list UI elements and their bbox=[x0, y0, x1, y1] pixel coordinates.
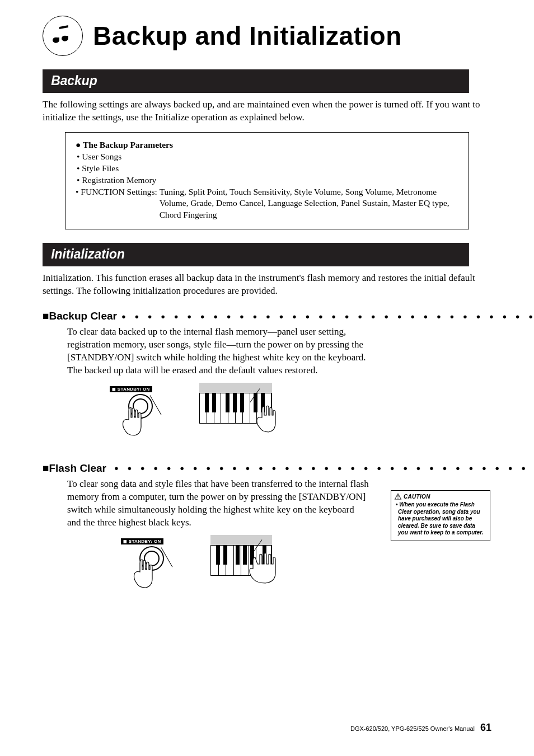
subheading-backup-clear: ■Backup Clear ● ● ● ● ● ● ● ● ● ● ● ● ● … bbox=[43, 310, 491, 322]
leader-dots: ● ● ● ● ● ● ● ● ● ● ● ● ● ● ● ● ● ● ● ● … bbox=[121, 313, 534, 320]
backup-parameters-box: ● The Backup Parameters • User Songs • S… bbox=[65, 132, 469, 229]
keyboard-diagram bbox=[199, 383, 272, 424]
parameter-item: • Style Files bbox=[76, 163, 458, 175]
caution-body: • When you execute the Flash Clear opera… bbox=[395, 501, 486, 537]
keyboard-diagram bbox=[210, 535, 272, 576]
parameters-header: ● The Backup Parameters bbox=[76, 139, 458, 151]
hand-press-icon bbox=[129, 557, 157, 591]
title-row: Backup and Initialization bbox=[43, 16, 491, 56]
parameter-function-settings: • FUNCTION Settings: Tuning, Split Point… bbox=[76, 186, 458, 222]
hand-multi-press-icon bbox=[249, 552, 288, 585]
standby-on-label: ◼ STANDBY/ ON bbox=[110, 386, 152, 392]
section-heading-backup: Backup bbox=[43, 69, 469, 93]
svg-point-1 bbox=[397, 498, 398, 499]
parameter-item: • User Songs bbox=[76, 151, 458, 163]
hand-press-icon bbox=[118, 405, 146, 439]
page-title: Backup and Initialization bbox=[93, 21, 402, 51]
caution-header: CAUTION bbox=[395, 494, 486, 500]
standby-on-label: ◼ STANDBY/ ON bbox=[121, 538, 163, 544]
leader-dots: ● ● ● ● ● ● ● ● ● ● ● ● ● ● ● ● ● ● ● ● … bbox=[114, 464, 534, 472]
music-note-icon bbox=[43, 16, 83, 56]
caution-box: CAUTION • When you execute the Flash Cle… bbox=[391, 490, 490, 541]
page-footer: DGX-620/520, YPG-625/525 Owner's Manual … bbox=[350, 722, 491, 734]
section-heading-initialization: Initialization bbox=[43, 243, 469, 266]
standby-button-diagram: ◼ STANDBY/ ON bbox=[121, 535, 182, 571]
flash-clear-body: To clear song data and style files that … bbox=[67, 478, 369, 529]
warning-triangle-icon bbox=[395, 494, 401, 500]
initialization-intro: Initialization. This function erases all… bbox=[43, 272, 491, 298]
standby-button-diagram: ◼ STANDBY/ ON bbox=[110, 383, 171, 419]
backup-clear-body: To clear data backed up to the internal … bbox=[67, 326, 369, 377]
subheading-flash-clear: ■Flash Clear ● ● ● ● ● ● ● ● ● ● ● ● ● ●… bbox=[43, 462, 491, 475]
page-number: 61 bbox=[480, 722, 491, 734]
flash-clear-illustration: ◼ STANDBY/ ON bbox=[121, 535, 491, 602]
manual-title: DGX-620/520, YPG-625/525 Owner's Manual bbox=[350, 725, 475, 732]
parameter-item: • Registration Memory bbox=[76, 175, 458, 186]
backup-clear-illustration: ◼ STANDBY/ ON bbox=[110, 383, 491, 450]
hand-press-icon bbox=[254, 404, 282, 435]
backup-intro: The following settings are always backed… bbox=[43, 98, 491, 124]
